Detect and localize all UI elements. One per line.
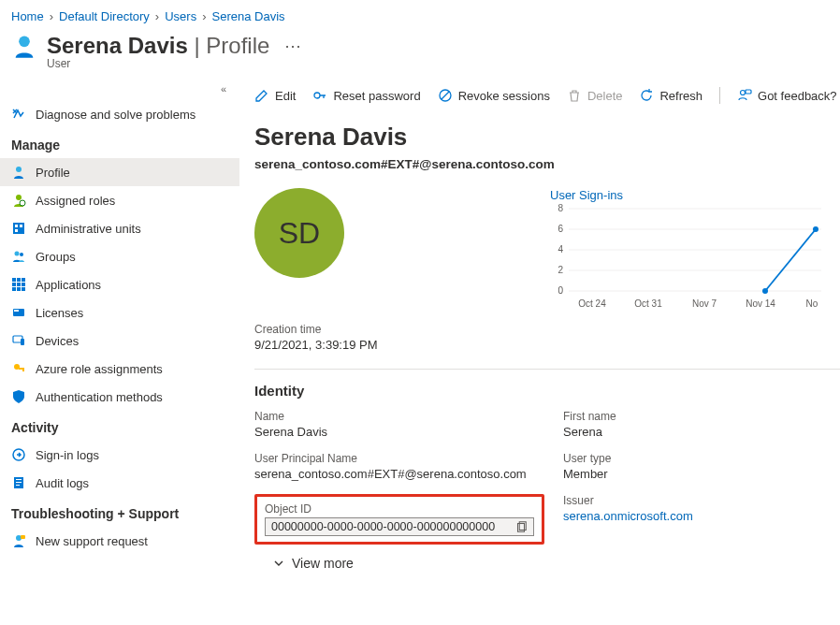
svg-text:0: 0 xyxy=(558,285,563,296)
feedback-icon xyxy=(737,88,752,103)
svg-rect-22 xyxy=(21,339,24,345)
svg-rect-12 xyxy=(22,278,25,282)
profile-name: Serena Davis xyxy=(254,123,840,152)
sidebar-item-label: Devices xyxy=(36,334,79,348)
svg-point-33 xyxy=(314,93,320,98)
sidebar-item-assigned-roles[interactable]: Assigned roles xyxy=(0,186,239,214)
svg-rect-37 xyxy=(746,90,751,94)
toolbar-label: Edit xyxy=(275,89,296,103)
breadcrumb-directory[interactable]: Default Directory xyxy=(59,9,150,23)
chevron-right-icon: › xyxy=(155,9,159,23)
svg-point-0 xyxy=(19,36,30,48)
sidebar-group-activity: Activity xyxy=(0,411,239,441)
sidebar-item-label: Licenses xyxy=(36,306,83,320)
feedback-button[interactable]: Got feedback? xyxy=(737,88,837,103)
collapse-sidebar-button[interactable]: « xyxy=(0,80,239,100)
apps-icon xyxy=(11,277,26,292)
roles-icon xyxy=(11,193,26,208)
svg-point-2 xyxy=(16,195,22,200)
admin-units-icon xyxy=(11,221,26,236)
svg-rect-20 xyxy=(14,310,19,312)
field-value: Serena xyxy=(563,425,840,439)
copy-icon[interactable] xyxy=(514,520,528,533)
object-id-input[interactable] xyxy=(271,520,509,533)
svg-text:No: No xyxy=(806,298,818,309)
breadcrumb-users[interactable]: Users xyxy=(165,9,196,23)
toolbar-label: Delete xyxy=(587,89,623,103)
svg-rect-15 xyxy=(22,283,25,286)
sidebar-item-label: Administrative units xyxy=(36,222,141,236)
sidebar-item-profile[interactable]: Profile xyxy=(0,158,239,186)
creation-time-value: 9/21/2021, 3:39:19 PM xyxy=(254,338,840,352)
groups-icon xyxy=(11,249,26,264)
sidebar-item-label: Applications xyxy=(36,278,101,292)
breadcrumb-home[interactable]: Home xyxy=(11,9,44,23)
sidebar-item-azure-roles[interactable]: Azure role assignments xyxy=(0,355,239,383)
svg-text:Nov 7: Nov 7 xyxy=(692,298,717,309)
field-object-id-highlighted: Object ID xyxy=(254,494,544,545)
svg-rect-17 xyxy=(17,287,21,291)
svg-rect-24 xyxy=(19,368,24,370)
svg-text:Oct 24: Oct 24 xyxy=(578,298,606,309)
field-label: User type xyxy=(563,452,840,465)
refresh-button[interactable]: Refresh xyxy=(639,88,702,103)
sidebar-item-groups[interactable]: Groups xyxy=(0,242,239,270)
sidebar-item-label: Assigned roles xyxy=(36,194,115,208)
svg-text:Nov 14: Nov 14 xyxy=(746,298,775,309)
sidebar-item-label: Authentication methods xyxy=(36,390,163,404)
page-subtitle: Profile xyxy=(206,33,269,58)
sidebar-item-label: Diagnose and solve problems xyxy=(36,108,196,122)
sidebar-item-diagnose[interactable]: Diagnose and solve problems xyxy=(0,100,239,128)
sidebar-item-admin-units[interactable]: Administrative units xyxy=(0,214,239,242)
issuer-link[interactable]: serena.onmicrosoft.com xyxy=(563,509,693,523)
reset-password-button[interactable]: Reset password xyxy=(312,88,420,103)
sidebar-item-label: Sign-in logs xyxy=(36,448,99,462)
more-actions-button[interactable]: ⋯ xyxy=(279,36,307,56)
svg-rect-29 xyxy=(16,482,22,483)
svg-text:6: 6 xyxy=(558,224,563,234)
sidebar-item-applications[interactable]: Applications xyxy=(0,270,239,298)
sidebar-item-label: Profile xyxy=(36,166,70,180)
sidebar-item-label: New support request xyxy=(36,534,148,548)
delete-button: Delete xyxy=(567,88,623,103)
view-more-button[interactable]: View more xyxy=(254,556,840,571)
sidebar-item-licenses[interactable]: Licenses xyxy=(0,298,239,327)
avatar: SD xyxy=(254,188,344,278)
breadcrumb: Home › Default Directory › Users › Seren… xyxy=(0,0,840,29)
svg-point-49 xyxy=(813,226,818,232)
key-icon xyxy=(312,88,327,103)
svg-rect-5 xyxy=(15,225,18,227)
main-content: Edit Reset password Revoke sessions Dele… xyxy=(243,80,840,571)
revoke-sessions-button[interactable]: Revoke sessions xyxy=(438,88,550,103)
signins-chart-link[interactable]: User Sign-ins xyxy=(550,188,623,202)
sidebar-item-devices[interactable]: Devices xyxy=(0,327,239,355)
svg-rect-6 xyxy=(20,225,22,227)
breadcrumb-current[interactable]: Serena Davis xyxy=(211,9,284,23)
svg-rect-10 xyxy=(12,278,16,282)
sidebar-item-audit-logs[interactable]: Audit logs xyxy=(0,469,239,497)
refresh-icon xyxy=(639,88,654,103)
devices-icon xyxy=(11,333,26,348)
svg-point-3 xyxy=(20,200,25,206)
sidebar-group-support: Troubleshooting + Support xyxy=(0,497,239,527)
field-name: Name Serena Davis xyxy=(254,410,544,439)
toolbar-label: Reset password xyxy=(333,89,420,103)
sidebar-item-support-request[interactable]: New support request xyxy=(0,527,239,555)
toolbar-label: Got feedback? xyxy=(758,89,837,103)
sidebar-item-label: Groups xyxy=(36,250,76,264)
edit-button[interactable]: Edit xyxy=(254,88,296,103)
audit-icon xyxy=(11,475,26,490)
svg-rect-18 xyxy=(22,287,25,291)
creation-time-label: Creation time xyxy=(254,323,840,336)
edit-icon xyxy=(254,88,269,103)
entity-type-label: User xyxy=(0,57,840,70)
sidebar-item-auth-methods[interactable]: Authentication methods xyxy=(0,383,239,411)
svg-line-35 xyxy=(442,92,449,99)
svg-rect-25 xyxy=(22,370,24,371)
svg-text:2: 2 xyxy=(558,265,563,275)
svg-point-48 xyxy=(762,288,768,294)
svg-point-36 xyxy=(741,91,746,95)
svg-rect-16 xyxy=(12,287,16,291)
sidebar-item-signin-logs[interactable]: Sign-in logs xyxy=(0,441,239,469)
support-icon xyxy=(11,533,26,548)
